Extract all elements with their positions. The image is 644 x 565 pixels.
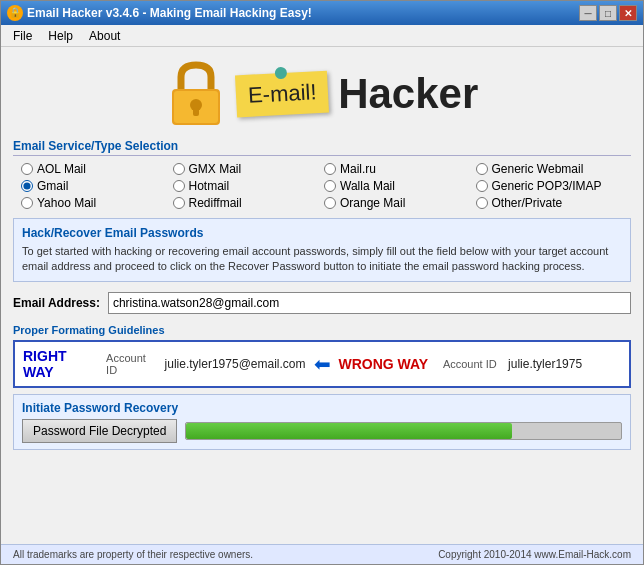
radio-orange-input[interactable] [324,197,336,209]
format-wrong-side: WRONG WAY Account ID julie.tyler1975 [339,356,622,372]
radio-other-input[interactable] [476,197,488,209]
right-account-value: julie.tyler1975@email.com [165,357,306,371]
radio-other[interactable]: Other/Private [476,196,624,210]
footer: All trademarks are property of their res… [1,544,643,564]
radio-orange[interactable]: Orange Mail [324,196,472,210]
radio-gmail[interactable]: Gmail [21,179,169,193]
radio-gmx-label: GMX Mail [189,162,242,176]
radio-gmail-input[interactable] [21,180,33,192]
radio-hotmail-input[interactable] [173,180,185,192]
menu-bar: File Help About [1,25,643,47]
progress-bar-fill [186,423,512,439]
radio-walla-input[interactable] [324,180,336,192]
radio-hotmail[interactable]: Hotmail [173,179,321,193]
progress-row: Password File Decrypted [22,419,622,443]
radio-gmx-input[interactable] [173,163,185,175]
logo-text: E-mail! [247,79,317,108]
app-header: E-mail! Hacker [13,55,631,133]
radio-gmx[interactable]: GMX Mail [173,162,321,176]
radio-generic-webmail-input[interactable] [476,163,488,175]
service-section: Email Service/Type Selection AOL Mail GM… [13,139,631,212]
wrong-account-value: julie.tyler1975 [508,357,582,371]
info-body: To get started with hacking or recoverin… [22,244,622,275]
email-label: Email Address: [13,296,100,310]
window-controls: ─ □ ✕ [579,5,637,21]
radio-walla-label: Walla Mail [340,179,395,193]
radio-mailru-label: Mail.ru [340,162,376,176]
radio-walla[interactable]: Walla Mail [324,179,472,193]
service-label: Email Service/Type Selection [13,139,631,156]
email-input[interactable] [108,292,631,314]
radio-yahoo[interactable]: Yahoo Mail [21,196,169,210]
recover-button[interactable]: Password File Decrypted [22,419,177,443]
radio-yahoo-input[interactable] [21,197,33,209]
footer-left: All trademarks are property of their res… [13,549,253,560]
wrong-way-label: WRONG WAY [339,356,429,372]
recovery-label: Initiate Password Recovery [22,401,622,415]
info-box: Hack/Recover Email Passwords To get star… [13,218,631,282]
app-icon: 🔒 [7,5,23,21]
recovery-section: Initiate Password Recovery Password File… [13,394,631,450]
format-section: Proper Formating Guidelines RIGHT WAY Ac… [13,324,631,388]
radio-other-label: Other/Private [492,196,563,210]
hacker-title: Hacker [338,70,478,118]
main-window: 🔒 Email Hacker v3.4.6 - Making Email Hac… [0,0,644,565]
logo-note: E-mail! [235,71,330,118]
arrow-icon: ⬅ [314,352,331,376]
radio-generic-pop3-input[interactable] [476,180,488,192]
format-box: RIGHT WAY Account ID julie.tyler1975@ema… [13,340,631,388]
padlock-icon [166,59,226,129]
menu-help[interactable]: Help [40,27,81,45]
main-content: E-mail! Hacker Email Service/Type Select… [1,47,643,544]
format-row: RIGHT WAY Account ID julie.tyler1975@ema… [23,348,621,380]
svg-rect-3 [193,108,199,116]
radio-rediff-input[interactable] [173,197,185,209]
radio-orange-label: Orange Mail [340,196,405,210]
right-way-label: RIGHT WAY [23,348,91,380]
minimize-button[interactable]: ─ [579,5,597,21]
email-row: Email Address: [13,288,631,318]
format-right-side: RIGHT WAY Account ID julie.tyler1975@ema… [23,348,306,380]
radio-aol[interactable]: AOL Mail [21,162,169,176]
radio-yahoo-label: Yahoo Mail [37,196,96,210]
radio-generic-webmail-label: Generic Webmail [492,162,584,176]
radio-generic-pop3[interactable]: Generic POP3/IMAP [476,179,624,193]
radio-generic-pop3-label: Generic POP3/IMAP [492,179,602,193]
format-title: Proper Formating Guidelines [13,324,631,336]
menu-file[interactable]: File [5,27,40,45]
radio-mailru-input[interactable] [324,163,336,175]
info-title: Hack/Recover Email Passwords [22,225,622,242]
window-title: Email Hacker v3.4.6 - Making Email Hacki… [27,6,579,20]
wrong-account-id: Account ID [443,358,497,370]
radio-rediff-label: Rediffmail [189,196,242,210]
title-bar: 🔒 Email Hacker v3.4.6 - Making Email Hac… [1,1,643,25]
radio-rediff[interactable]: Rediffmail [173,196,321,210]
radio-aol-input[interactable] [21,163,33,175]
radio-generic-webmail[interactable]: Generic Webmail [476,162,624,176]
right-account-id: Account ID [106,352,153,376]
radio-aol-label: AOL Mail [37,162,86,176]
service-radio-grid: AOL Mail GMX Mail Mail.ru Generic Webmai… [13,160,631,212]
maximize-button[interactable]: □ [599,5,617,21]
footer-right: Copyright 2010-2014 www.Email-Hack.com [438,549,631,560]
radio-hotmail-label: Hotmail [189,179,230,193]
progress-bar-container [185,422,622,440]
radio-gmail-label: Gmail [37,179,68,193]
menu-about[interactable]: About [81,27,128,45]
radio-mailru[interactable]: Mail.ru [324,162,472,176]
close-button[interactable]: ✕ [619,5,637,21]
